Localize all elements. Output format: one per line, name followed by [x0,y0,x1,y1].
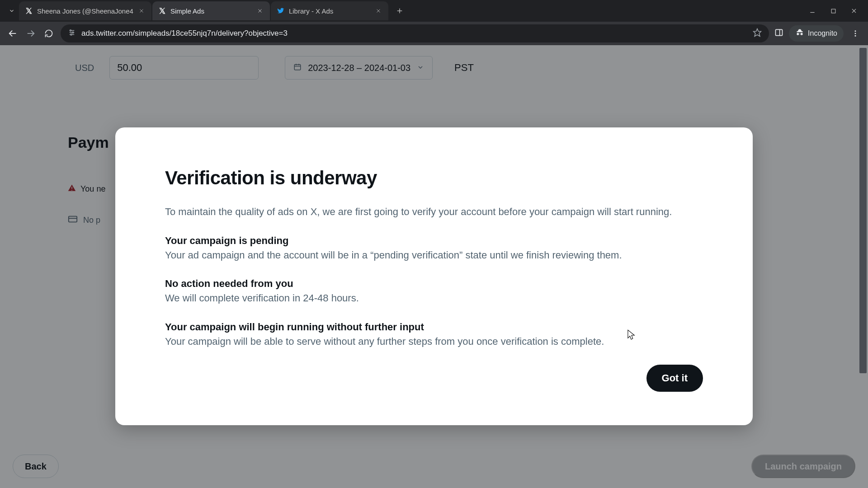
got-it-label: Got it [662,372,688,384]
url-field[interactable]: ads.twitter.com/simpleads/18ce55njq7n/de… [61,24,769,42]
browser-chrome: Sheena Jones (@SheenaJone4 Simple Ads Li… [0,0,868,45]
nav-back-button[interactable] [6,27,19,40]
svg-point-19 [71,34,72,35]
svg-marker-20 [754,29,761,37]
address-bar: ads.twitter.com/simpleads/18ce55njq7n/de… [0,22,868,45]
tab-search-dropdown[interactable] [5,4,19,18]
modal-section-title: No action needed from you [165,278,703,290]
nav-forward-button[interactable] [24,27,37,40]
nav-reload-button[interactable] [42,27,55,40]
page-viewport: USD 50.00 2023-12-28 – 2024-01-03 PST Pa… [0,45,868,488]
modal-section: No action needed from you We will comple… [165,278,703,305]
close-icon[interactable] [256,7,264,14]
svg-rect-9 [831,9,835,13]
verification-modal: Verification is underway To maintain the… [115,127,753,425]
tab-bar: Sheena Jones (@SheenaJone4 Simple Ads Li… [0,0,868,22]
svg-rect-21 [776,29,783,35]
browser-menu-button[interactable] [849,27,862,40]
close-icon[interactable] [138,7,145,14]
svg-point-24 [855,33,856,34]
browser-tab[interactable]: Sheena Jones (@SheenaJone4 [19,1,151,20]
incognito-indicator[interactable]: Incognito [789,25,844,42]
modal-title: Verification is underway [165,167,703,189]
modal-lead: To maintain the quality of ads on X, we … [165,205,703,219]
x-logo-icon [25,7,33,14]
site-settings-icon[interactable] [68,28,76,38]
window-minimize-button[interactable] [808,7,816,15]
browser-tab[interactable]: Simple Ads [152,1,270,20]
browser-tab[interactable]: Library - X Ads [271,1,388,20]
url-actions [753,28,762,39]
tab-title: Simple Ads [170,7,252,15]
svg-point-18 [72,32,74,33]
window-close-button[interactable] [850,7,858,15]
tab-title: Library - X Ads [289,7,370,15]
close-icon[interactable] [375,7,382,14]
modal-section: Your campaign will begin running without… [165,321,703,348]
svg-point-23 [855,30,856,32]
window-controls [808,7,868,15]
modal-section-body: Your ad campaign and the account will be… [165,249,703,262]
window-maximize-button[interactable] [829,7,837,15]
modal-section: Your campaign is pending Your ad campaig… [165,235,703,262]
url-text: ads.twitter.com/simpleads/18ce55njq7n/de… [81,29,288,38]
twitter-bird-icon [277,7,284,14]
modal-section-title: Your campaign will begin running without… [165,321,703,333]
side-panel-icon[interactable] [774,28,783,39]
modal-section-title: Your campaign is pending [165,235,703,247]
modal-section-body: Your campaign will be able to serve with… [165,335,703,348]
incognito-icon [795,28,804,39]
modal-overlay[interactable]: Verification is underway To maintain the… [0,45,868,488]
tab-title: Sheena Jones (@SheenaJone4 [37,7,133,15]
x-logo-icon [159,7,166,14]
new-tab-button[interactable] [392,3,407,19]
incognito-label: Incognito [808,29,837,38]
modal-actions: Got it [165,365,703,392]
svg-point-17 [70,30,71,31]
svg-point-25 [855,35,856,37]
got-it-button[interactable]: Got it [646,365,703,392]
bookmark-star-icon[interactable] [753,28,762,39]
modal-section-body: We will complete verification in 24-48 h… [165,291,703,305]
